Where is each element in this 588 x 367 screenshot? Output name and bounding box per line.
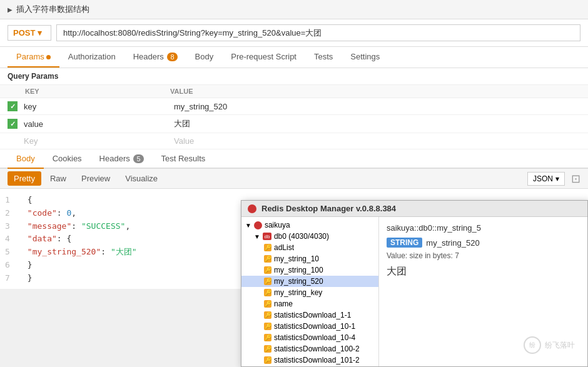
- value-panel: saikuya::db0::my_string_5 STRING my_stri…: [379, 217, 587, 366]
- query-params-label: Query Params: [0, 68, 588, 85]
- line-numbers: 1 2 3 4 5 6 7: [0, 189, 18, 289]
- value-title: saikuya::db0::my_string_5: [387, 223, 580, 233]
- tab-body[interactable]: Body: [186, 47, 223, 68]
- url-bar: POST ▾: [0, 19, 588, 47]
- tab-pre-request-script[interactable]: Pre-request Script: [222, 47, 305, 68]
- key-icon-my-string-10: 🔑: [264, 255, 271, 263]
- value-meta: Value: size in bytes: 7: [387, 251, 580, 260]
- param-key-key: key: [24, 102, 174, 111]
- tab-headers[interactable]: Headers 8: [124, 47, 186, 68]
- key-icon-my-string-100: 🔑: [264, 266, 271, 274]
- tree-item-db0[interactable]: ▼ db db0 (4030/4030): [241, 231, 378, 242]
- tree-panel: ▼ saikuya ▼ db db0 (4030/4030) 🔑 adList …: [241, 217, 379, 366]
- watermark: 纷 纷飞落叶: [524, 336, 575, 354]
- col-key-header: KEY: [8, 88, 170, 95]
- method-select[interactable]: POST ▾: [8, 25, 51, 41]
- param-value-empty: Value: [174, 136, 580, 146]
- tree-item-stats-10-1[interactable]: 🔑 statisticsDownload_10-1: [241, 321, 378, 332]
- tab-response-headers[interactable]: Headers 5: [91, 149, 153, 169]
- key-icon-my-string-key: 🔑: [264, 289, 271, 296]
- param-value-key: my_string_520: [174, 102, 580, 111]
- key-icon-adlist: 🔑: [264, 244, 271, 251]
- tab-response-body[interactable]: Body: [8, 149, 44, 169]
- db-icon: db: [263, 233, 271, 240]
- watermark-text: 纷飞落叶: [545, 340, 575, 351]
- tree-item-stats-100-2[interactable]: 🔑 statisticsDownload_100-2: [241, 343, 378, 354]
- col-value-header: VALUE: [170, 88, 580, 95]
- tree-item-stats-1-1[interactable]: 🔑 statisticsDownload_1-1: [241, 309, 378, 321]
- tree-item-saikuya[interactable]: ▼ saikuya: [241, 219, 378, 231]
- param-key-empty[interactable]: Key: [24, 136, 174, 146]
- key-icon-stats-100-2: 🔑: [264, 345, 271, 353]
- key-icon-stats-101-2: 🔑: [264, 356, 271, 364]
- tree-item-stats-10-4[interactable]: 🔑 statisticsDownload_10-4: [241, 332, 378, 343]
- value-type: STRING my_string_520: [387, 238, 580, 248]
- format-select[interactable]: JSON ▾: [527, 172, 565, 186]
- expand-icon[interactable]: ⊡: [571, 172, 580, 186]
- rdm-titlebar: Redis Desktop Manager v.0.8.8.384: [241, 201, 587, 217]
- server-icon: [254, 221, 262, 229]
- tree-item-my-string-100[interactable]: 🔑 my_string_100: [241, 264, 378, 276]
- method-label: POST: [13, 28, 35, 38]
- param-row-value: value 大团: [0, 115, 588, 133]
- tree-item-name[interactable]: 🔑 name: [241, 298, 378, 309]
- param-key-value: value: [24, 119, 174, 129]
- tab-cookies[interactable]: Cookies: [44, 149, 91, 169]
- param-table-header: KEY VALUE: [0, 85, 588, 98]
- res-tab-raw[interactable]: Raw: [44, 171, 73, 186]
- key-icon-stats-10-4: 🔑: [264, 334, 271, 341]
- rdm-title: Redis Desktop Manager v.0.8.8.384: [261, 204, 396, 213]
- res-tab-pretty[interactable]: Pretty: [8, 171, 41, 186]
- format-dropdown-icon: ▾: [555, 174, 559, 183]
- tab-settings[interactable]: Settings: [342, 47, 388, 68]
- key-icon-name: 🔑: [264, 300, 271, 308]
- rdm-icon: [248, 204, 256, 213]
- key-icon-stats-10-1: 🔑: [264, 323, 271, 330]
- banner-text: 插入字符串数据结构: [16, 4, 89, 15]
- tree-item-adlist[interactable]: 🔑 adList: [241, 242, 378, 253]
- value-content: 大团: [387, 265, 580, 278]
- type-key: my_string_520: [426, 238, 479, 248]
- param-row-key: key my_string_520: [0, 98, 588, 115]
- url-input[interactable]: [56, 24, 580, 41]
- banner-arrow: ▶: [8, 6, 13, 13]
- checkbox-value[interactable]: [8, 119, 18, 129]
- tree-item-my-string-key[interactable]: 🔑 my_string_key: [241, 287, 378, 298]
- top-tabs: Params Authorization Headers 8 Body Pre-…: [0, 47, 588, 68]
- key-icon-stats-1-1: 🔑: [264, 311, 271, 319]
- tree-item-my-string-10[interactable]: 🔑 my_string_10: [241, 253, 378, 264]
- rdm-window: Redis Desktop Manager v.0.8.8.384 ▼ saik…: [241, 200, 588, 367]
- checkbox-key[interactable]: [8, 101, 18, 111]
- key-icon-my-string-520: 🔑: [264, 278, 271, 285]
- res-tab-preview[interactable]: Preview: [75, 171, 116, 186]
- param-row-empty: Key Value: [0, 133, 588, 149]
- tab-tests[interactable]: Tests: [305, 47, 342, 68]
- method-dropdown-icon: ▾: [38, 28, 42, 38]
- rdm-body: ▼ saikuya ▼ db db0 (4030/4030) 🔑 adList …: [241, 217, 587, 366]
- tree-item-my-string-520[interactable]: 🔑 my_string_520: [241, 276, 378, 287]
- bottom-tabs: Body Cookies Headers 5 Test Results: [0, 149, 588, 169]
- tab-authorization[interactable]: Authorization: [59, 47, 124, 68]
- type-badge: STRING: [387, 238, 422, 248]
- tab-test-results[interactable]: Test Results: [153, 149, 215, 169]
- param-value-value: 大团: [174, 118, 580, 129]
- response-toolbar: Pretty Raw Preview Visualize JSON ▾ ⊡: [0, 169, 588, 189]
- watermark-circle: 纷: [524, 336, 541, 354]
- res-tab-visualize[interactable]: Visualize: [119, 171, 164, 186]
- tree-item-stats-101-2[interactable]: 🔑 statisticsDownload_101-2: [241, 354, 378, 366]
- tab-params[interactable]: Params: [8, 47, 59, 68]
- top-banner: ▶ 插入字符串数据结构: [0, 0, 588, 19]
